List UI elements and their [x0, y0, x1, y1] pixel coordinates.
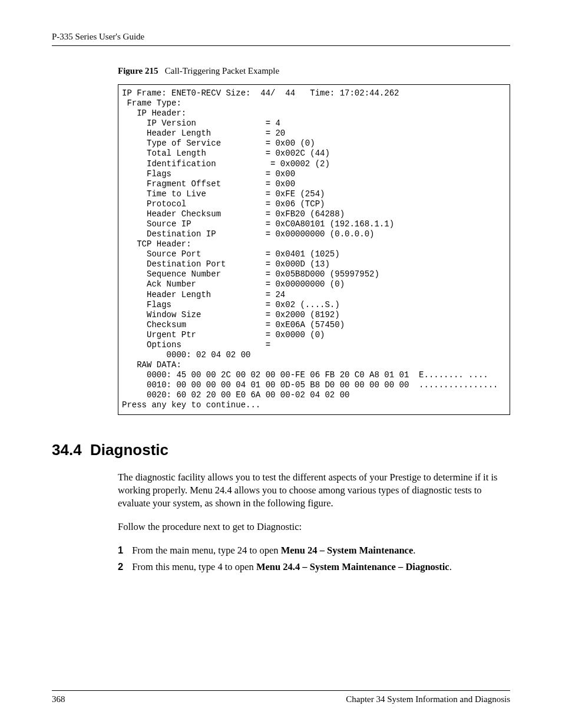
step-text-after: .: [449, 561, 452, 572]
step-text-bold: Menu 24.4 – System Maintenance – Diagnos…: [256, 561, 449, 572]
step-text-before: From the main menu, type 24 to open: [132, 545, 281, 556]
section-paragraph-2: Follow the procedure next to get to Diag…: [118, 521, 510, 533]
running-header: P-335 Series User's Guide: [52, 32, 510, 42]
chapter-label: Chapter 34 System Information and Diagno…: [346, 694, 510, 704]
step-number: 2: [118, 561, 130, 572]
procedure-step: 1 From the main menu, type 24 to open Me…: [118, 545, 510, 556]
page-number: 368: [52, 694, 65, 704]
procedure-list: 1 From the main menu, type 24 to open Me…: [118, 545, 510, 573]
code-block: IP Frame: ENET0-RECV Size: 44/ 44 Time: …: [118, 84, 510, 415]
figure-label: Figure 215: [118, 66, 158, 75]
section-number: 34.4: [52, 441, 82, 459]
step-text-bold: Menu 24 – System Maintenance: [281, 545, 414, 556]
figure-caption: Figure 215 Call-Triggering Packet Exampl…: [118, 66, 510, 76]
section-title: Diagnostic: [90, 441, 168, 459]
section-heading: 34.4 Diagnostic: [52, 441, 510, 459]
header-rule: [52, 45, 510, 46]
step-text-before: From this menu, type 4 to open: [132, 561, 256, 572]
procedure-step: 2 From this menu, type 4 to open Menu 24…: [118, 561, 510, 573]
page-footer: 368 Chapter 34 System Information and Di…: [52, 690, 510, 704]
section-paragraph-1: The diagnostic facility allows you to te…: [118, 471, 510, 510]
step-text-after: .: [413, 545, 415, 556]
step-number: 1: [118, 545, 130, 556]
figure-caption-text: Call-Triggering Packet Example: [165, 66, 279, 75]
